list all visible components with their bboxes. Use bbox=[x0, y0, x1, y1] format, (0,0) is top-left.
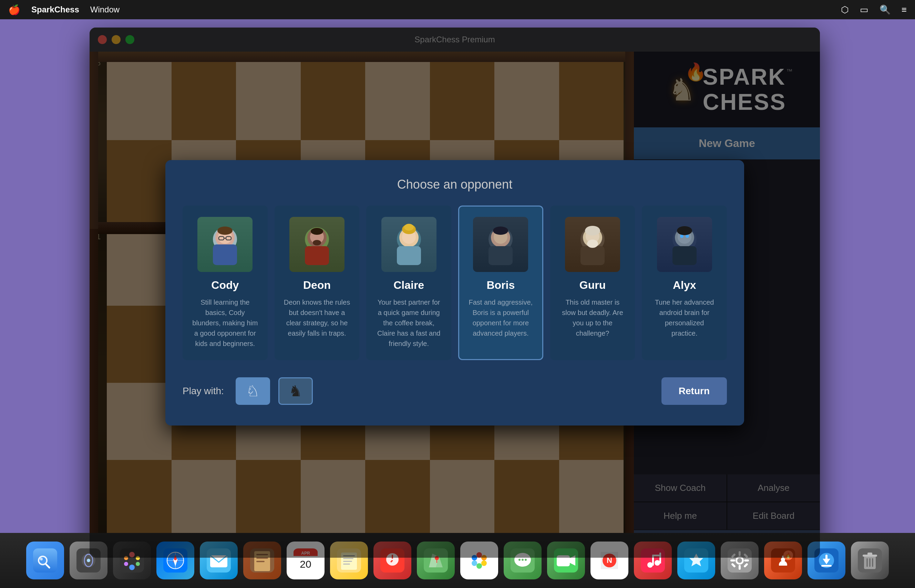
svg-rect-78 bbox=[343, 564, 350, 565]
menubar-window[interactable]: Window bbox=[90, 5, 120, 15]
avatar-guru bbox=[565, 217, 620, 272]
svg-point-19 bbox=[404, 224, 414, 231]
opponent-card-claire[interactable]: Claire Your best partner for a quick gam… bbox=[366, 205, 451, 360]
opponent-desc-claire: Your best partner for a quick game durin… bbox=[376, 297, 442, 349]
svg-rect-118 bbox=[738, 565, 741, 570]
menubar-app-name[interactable]: SparkChess bbox=[31, 5, 79, 15]
avatar-claire bbox=[381, 217, 436, 272]
svg-point-94 bbox=[477, 558, 481, 562]
svg-point-109 bbox=[654, 560, 660, 565]
svg-point-24 bbox=[493, 226, 508, 235]
svg-rect-76 bbox=[343, 558, 353, 559]
opponent-name-boris: Boris bbox=[486, 279, 515, 292]
avatar-cody bbox=[198, 217, 253, 272]
opponent-name-cody: Cody bbox=[211, 279, 239, 292]
svg-rect-10 bbox=[305, 246, 329, 265]
opponent-card-deon[interactable]: Deon Deon knows the rules but doesn't ha… bbox=[275, 205, 360, 360]
screen-share-icon[interactable]: ⬡ bbox=[841, 5, 849, 15]
apple-menu[interactable]: 🍎 bbox=[8, 4, 20, 16]
svg-point-37 bbox=[677, 226, 692, 235]
opponent-desc-boris: Fast and aggressive, Boris is a powerful… bbox=[468, 297, 534, 338]
svg-point-13 bbox=[313, 240, 321, 246]
dock-item-finder[interactable] bbox=[26, 541, 64, 579]
svg-rect-22 bbox=[489, 246, 513, 265]
svg-point-41 bbox=[40, 558, 43, 561]
svg-point-29 bbox=[587, 240, 598, 248]
svg-point-12 bbox=[311, 228, 323, 235]
svg-point-30 bbox=[585, 226, 600, 236]
opponent-card-boris[interactable]: Boris Fast and aggressive, Boris is a po… bbox=[458, 205, 543, 360]
svg-rect-2 bbox=[213, 244, 237, 265]
svg-point-90 bbox=[481, 561, 487, 566]
svg-rect-137 bbox=[868, 552, 872, 555]
app-window: SparkChess Premium 8 bbox=[89, 27, 820, 558]
opponent-name-alyx: Alyx bbox=[673, 279, 696, 292]
svg-point-40 bbox=[39, 557, 46, 564]
menubar-right-icons: ⬡ ▭ 🔍 ≡ bbox=[841, 5, 907, 15]
opponent-name-guru: Guru bbox=[580, 279, 606, 292]
svg-rect-77 bbox=[343, 561, 352, 562]
play-with-row: Play with: ♘ ♞ Return bbox=[183, 377, 727, 405]
opponent-desc-deon: Deon knows the rules but doesn't have a … bbox=[284, 297, 350, 338]
svg-point-116 bbox=[737, 558, 742, 563]
svg-point-46 bbox=[87, 559, 90, 562]
svg-point-91 bbox=[476, 563, 482, 569]
opponent-desc-alyx: Tune her advanced android brain for pers… bbox=[651, 297, 717, 338]
svg-point-99 bbox=[521, 559, 524, 561]
display-icon[interactable]: ▭ bbox=[860, 5, 868, 15]
avatar-deon bbox=[289, 217, 345, 272]
white-knight-icon: ♘ bbox=[246, 382, 259, 400]
svg-rect-132 bbox=[826, 555, 828, 560]
svg-point-100 bbox=[525, 559, 527, 561]
svg-point-52 bbox=[124, 562, 128, 566]
avatar-boris bbox=[473, 217, 528, 272]
opponent-dialog: Choose an opponent bbox=[165, 160, 744, 425]
opponent-card-guru[interactable]: Guru This old master is slow but deadly.… bbox=[550, 205, 635, 360]
svg-point-98 bbox=[518, 559, 521, 561]
search-icon[interactable]: 🔍 bbox=[879, 5, 891, 15]
dialog-title: Choose an opponent bbox=[183, 177, 727, 192]
opponent-card-alyx[interactable]: Alyx Tune her advanced android brain for… bbox=[642, 205, 727, 360]
svg-text:20: 20 bbox=[300, 558, 311, 570]
list-icon[interactable]: ≡ bbox=[902, 5, 907, 15]
black-piece-button[interactable]: ♞ bbox=[279, 377, 313, 405]
svg-rect-16 bbox=[397, 246, 421, 265]
play-with-label: Play with: bbox=[183, 386, 224, 397]
opponent-card-cody[interactable]: Cody Still learning the basics, Cody blu… bbox=[183, 205, 268, 360]
opponent-desc-cody: Still learning the basics, Cody blunders… bbox=[192, 297, 258, 349]
svg-point-51 bbox=[129, 565, 135, 570]
svg-rect-33 bbox=[672, 246, 696, 265]
opponent-desc-guru: This old master is slow but deadly. Are … bbox=[559, 297, 626, 338]
svg-rect-133 bbox=[821, 565, 832, 567]
svg-rect-120 bbox=[744, 559, 749, 562]
menubar: 🍎 SparkChess Window ⬡ ▭ 🔍 ≡ bbox=[0, 0, 915, 19]
avatar-alyx bbox=[657, 217, 712, 272]
svg-point-50 bbox=[136, 562, 140, 566]
white-piece-button[interactable]: ♘ bbox=[236, 377, 270, 405]
svg-rect-119 bbox=[730, 559, 735, 562]
opponent-name-deon: Deon bbox=[303, 279, 331, 292]
opponent-grid: Cody Still learning the basics, Cody blu… bbox=[183, 205, 727, 360]
black-knight-icon: ♞ bbox=[289, 382, 302, 400]
modal-overlay: Choose an opponent bbox=[89, 27, 820, 558]
svg-point-7 bbox=[217, 226, 233, 235]
return-button[interactable]: Return bbox=[661, 377, 727, 405]
svg-point-108 bbox=[647, 562, 653, 568]
svg-rect-27 bbox=[580, 246, 605, 265]
svg-rect-67 bbox=[256, 561, 265, 562]
opponent-name-claire: Claire bbox=[394, 279, 424, 292]
svg-point-92 bbox=[471, 561, 477, 566]
dock-item-trash[interactable] bbox=[851, 541, 889, 579]
